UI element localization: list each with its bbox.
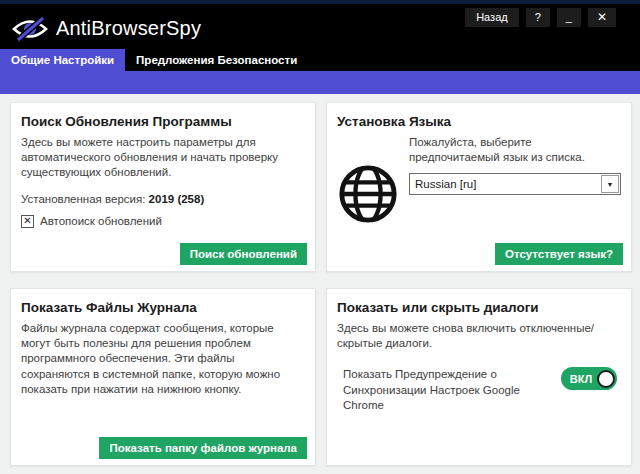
content-area: Поиск Обновления Программы Здесь вы може… xyxy=(0,94,640,474)
card-title-show-hide-dialogs: Показать или скрыть диалоги xyxy=(337,300,621,315)
installed-version-value: 2019 (258) xyxy=(149,193,205,205)
card-title-log-files: Показать Файлы Журнала xyxy=(21,300,305,315)
card-title-language-setup: Установка Языка xyxy=(337,114,621,129)
installed-version-row: Установленная версия: 2019 (258) xyxy=(21,193,305,205)
card-program-updates: Поиск Обновления Программы Здесь вы може… xyxy=(10,102,316,272)
chrome-sync-warning-label: Показать Предупреждение о Синхронизации … xyxy=(343,367,561,413)
language-body: Пожалуйста, выберите предпочитаемый язык… xyxy=(337,135,621,225)
minimize-button[interactable]: _ xyxy=(557,8,581,27)
chrome-sync-warning-row: Показать Предупреждение о Синхронизации … xyxy=(337,367,621,413)
title-bar: AntiBrowserSpy Назад ? _ ✕ xyxy=(0,4,640,50)
program-updates-description: Здесь вы можете настроить параметры для … xyxy=(21,135,305,181)
log-files-description: Файлы журнала содержат сообщения, которы… xyxy=(21,321,305,397)
app-title: AntiBrowserSpy xyxy=(56,17,201,40)
check-updates-button[interactable]: Поиск обновлений xyxy=(180,243,307,265)
antibrowserspy-eye-logo-icon xyxy=(12,15,48,43)
tab-bar: Общие Настройки Предложения Безопасности xyxy=(0,49,640,71)
brand: AntiBrowserSpy xyxy=(12,15,201,43)
accent-strip xyxy=(0,71,640,94)
show-log-folder-button[interactable]: Показать папку файлов журнала xyxy=(99,437,307,459)
language-description: Пожалуйста, выберите предпочитаемый язык… xyxy=(409,135,621,165)
tab-general-settings[interactable]: Общие Настройки xyxy=(0,49,125,71)
globe-icon xyxy=(337,135,409,225)
missing-language-button[interactable]: Отсутствует язык? xyxy=(495,243,623,265)
chrome-sync-warning-toggle[interactable]: ВКЛ xyxy=(561,367,617,390)
autoupdate-checkbox-label: Автопоиск обновлений xyxy=(40,215,162,227)
dropdown-arrow-icon[interactable]: ▼ xyxy=(601,175,619,193)
card-title-program-updates: Поиск Обновления Программы xyxy=(21,114,305,129)
tab-security-offers[interactable]: Предложения Безопасности xyxy=(125,49,308,71)
antibrowserspy-window: AntiBrowserSpy Назад ? _ ✕ Общие Настрой… xyxy=(0,0,640,474)
dialogs-description: Здесь вы можете снова включить отключенн… xyxy=(337,321,621,351)
toggle-knob[interactable] xyxy=(597,370,615,388)
autoupdate-checkbox-row[interactable]: ✕ Автопоиск обновлений xyxy=(21,215,305,228)
card-show-hide-dialogs: Показать или скрыть диалоги Здесь вы мож… xyxy=(326,288,632,466)
close-button[interactable]: ✕ xyxy=(588,8,616,27)
checkbox-checked-icon[interactable]: ✕ xyxy=(21,215,34,228)
language-right-column: Пожалуйста, выберите предпочитаемый язык… xyxy=(409,135,621,225)
help-button[interactable]: ? xyxy=(526,8,550,27)
card-log-files: Показать Файлы Журнала Файлы журнала сод… xyxy=(10,288,316,466)
toggle-state-label: ВКЛ xyxy=(570,373,592,385)
language-select[interactable]: Russian [ru] ▼ xyxy=(409,173,621,195)
installed-version-label: Установленная версия: xyxy=(21,193,145,205)
card-language-setup: Установка Языка Пожалу xyxy=(326,102,632,272)
titlebar-buttons: Назад ? _ ✕ xyxy=(458,8,616,27)
back-button[interactable]: Назад xyxy=(465,8,519,27)
language-select-value: Russian [ru] xyxy=(410,178,601,190)
